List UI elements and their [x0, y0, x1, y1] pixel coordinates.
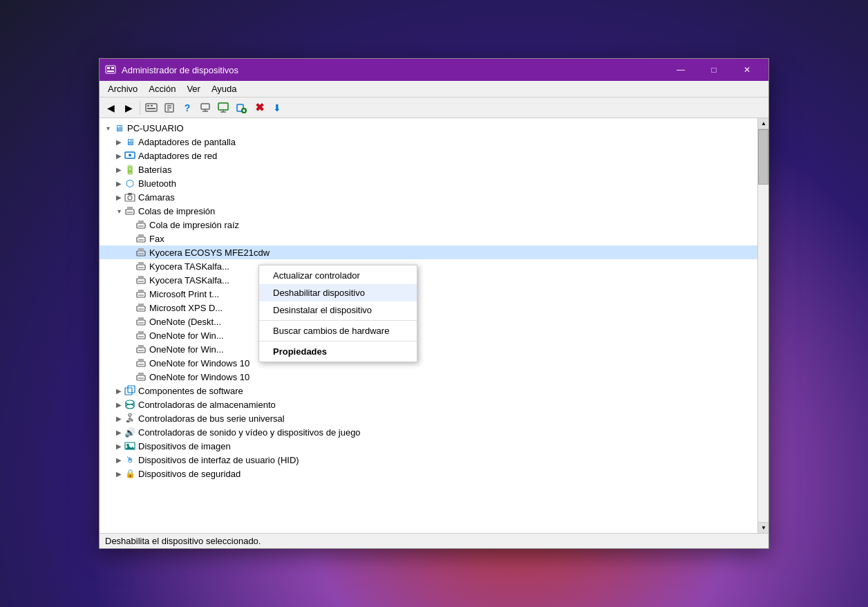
ctx-deshabilitar[interactable]: Deshabilitar dispositivo [259, 284, 417, 301]
scroll-thumb[interactable] [758, 129, 768, 185]
onenote-win10-2-label: OneNote for Windows 10 [149, 372, 755, 382]
toolbar-separator-1 [140, 101, 140, 115]
download-btn[interactable]: ⬇ [269, 100, 285, 116]
svg-rect-35 [138, 239, 144, 241]
svg-rect-61 [138, 359, 144, 362]
svg-rect-65 [138, 377, 144, 379]
chevron-baterias: ▶ [113, 164, 124, 175]
maximize-button[interactable]: □ [698, 59, 730, 81]
componentes-label: Componentes de software [138, 386, 755, 396]
colas-label: Colas de impresión [138, 206, 755, 216]
tree-item-ctrl-sound[interactable]: ▶ 🔊 Controladoras de sonido y vídeo y di… [100, 425, 757, 439]
device-tree[interactable]: ▾ 🖥 PC-USUARIO ▶ 🖥 Adaptadores de pantal… [100, 118, 757, 533]
svg-rect-62 [138, 364, 144, 365]
tree-item-cola-raiz[interactable]: ▶ Cola de impresión raíz [100, 218, 757, 232]
tree-item-disp-imagen[interactable]: ▶ Dispositivos de imagen [100, 439, 757, 453]
ctx-propiedades[interactable]: Propiedades [259, 343, 417, 360]
tree-item-fax[interactable]: ▶ Fax [100, 232, 757, 245]
tree-item-kyocera-taskalfa-2[interactable]: ▶ Kyocera TASKalfa... [100, 273, 757, 287]
tree-item-onenote-win-1[interactable]: ▶ OneNote for Win... [100, 328, 757, 342]
svg-rect-2 [111, 67, 114, 69]
scan-btn[interactable] [197, 100, 214, 116]
svg-rect-40 [138, 262, 144, 265]
window-icon [105, 64, 116, 75]
tree-item-controladoras-alm[interactable]: ▶ Controladoras de almacenamiento [100, 398, 757, 411]
menu-accion[interactable]: Acción [143, 82, 181, 95]
menu-ayuda[interactable]: Ayuda [206, 82, 243, 95]
svg-rect-55 [138, 331, 144, 335]
svg-rect-37 [138, 248, 144, 252]
svg-rect-43 [138, 276, 144, 279]
svg-rect-32 [138, 225, 144, 227]
content-area: ▾ 🖥 PC-USUARIO ▶ 🖥 Adaptadores de pantal… [100, 118, 768, 533]
tree-item-hid[interactable]: ▶ 🖱 Dispositivos de interfaz de usuario … [100, 453, 757, 467]
add-btn[interactable] [233, 100, 249, 116]
svg-rect-41 [138, 267, 144, 268]
svg-rect-67 [128, 386, 135, 393]
remove-btn[interactable]: ✖ [251, 100, 267, 116]
seguridad-label: Dispositivos de seguridad [138, 469, 755, 479]
chevron-root: ▾ [102, 122, 113, 133]
svg-rect-0 [106, 66, 115, 73]
tree-item-ms-print[interactable]: ▶ Microsoft Print t... [100, 287, 757, 301]
ctx-buscar[interactable]: Buscar cambios de hardware [259, 322, 417, 339]
scroll-down[interactable]: ▼ [758, 522, 768, 533]
scroll-up[interactable]: ▲ [758, 118, 768, 129]
tree-item-adaptadores-pantalla[interactable]: ▶ 🖥 Adaptadores de pantalla [100, 135, 757, 149]
computer-icon: 🖥 [113, 122, 124, 133]
tree-item-onenote-win10-2[interactable]: ▶ OneNote for Windows 10 [100, 370, 757, 384]
chevron-ctrl-alm: ▶ [113, 399, 124, 410]
ctx-desinstalar[interactable]: Desinstalar el dispositivo [259, 301, 417, 319]
tree-item-colas[interactable]: ▾ Colas de impresión [100, 204, 757, 218]
tree-item-bluetooth[interactable]: ▶ ⬡ Bluetooth [100, 176, 757, 190]
tree-item-ctrl-bus[interactable]: ▶ Controladoras de bus serie universal [100, 411, 757, 425]
svg-rect-7 [147, 108, 155, 109]
scroll-track[interactable] [758, 129, 768, 522]
tree-item-seguridad[interactable]: ▶ 🔒 Dispositivos de seguridad [100, 467, 757, 480]
help-btn[interactable]: ? [179, 100, 196, 116]
back-button[interactable]: ◀ [102, 100, 119, 116]
minimize-button[interactable]: — [665, 59, 697, 81]
tree-item-kyocera-taskalfa-1[interactable]: ▶ Kyocera TASKalfa... [100, 259, 757, 273]
svg-rect-66 [125, 388, 132, 395]
ms-print-label: Microsoft Print t... [149, 289, 755, 299]
camera-icon [124, 192, 135, 203]
tree-item-onenote-win10-1[interactable]: ▶ OneNote for Windows 10 [100, 356, 757, 370]
tree-item-camaras[interactable]: ▶ Cámaras [100, 190, 757, 204]
context-menu: Actualizar controlador Deshabilitar disp… [258, 265, 417, 362]
tree-item-adaptadores-red[interactable]: ▶ Adaptadores de red [100, 149, 757, 162]
properties-btn[interactable] [161, 100, 178, 116]
scrollbar[interactable]: ▲ ▼ [757, 118, 768, 533]
device-manager-window: Administrador de dispositivos — □ ✕ Arch… [99, 58, 769, 549]
network-btn[interactable] [215, 100, 232, 116]
svg-rect-46 [138, 290, 144, 293]
chevron-adaptadores-pantalla: ▶ [113, 136, 124, 147]
device-manager-icon-btn[interactable] [143, 100, 160, 116]
menu-ver[interactable]: Ver [181, 82, 206, 95]
menu-archivo[interactable]: Archivo [102, 82, 143, 95]
onenote-desktop-icon [135, 316, 147, 327]
svg-rect-29 [127, 212, 133, 213]
close-button[interactable]: ✕ [731, 59, 763, 81]
tree-item-onenote-win-2[interactable]: ▶ OneNote for Win... [100, 342, 757, 356]
ctx-actualizar[interactable]: Actualizar controlador [259, 267, 417, 284]
kyocera-ecosys-icon [135, 247, 147, 258]
forward-button[interactable]: ▶ [120, 100, 137, 116]
bluetooth-icon: ⬡ [124, 178, 135, 189]
onenote-win10-2-icon [135, 371, 147, 382]
window-title: Administrador de dispositivos [122, 65, 665, 75]
tree-item-ms-xps[interactable]: ▶ Microsoft XPS D... [100, 301, 757, 315]
svg-rect-44 [138, 281, 144, 282]
ctrl-alm-label: Controladoras de almacenamiento [138, 400, 755, 410]
tree-item-kyocera-ecosys[interactable]: ▶ Kyocera ECOSYS MFE21cdw [100, 245, 757, 259]
chevron-camaras: ▶ [113, 192, 124, 203]
svg-rect-5 [147, 105, 149, 106]
onenote-win10-1-label: OneNote for Windows 10 [149, 358, 755, 368]
tree-item-onenote-desktop[interactable]: ▶ OneNote (Deskt... [100, 315, 757, 328]
svg-point-68 [126, 400, 134, 404]
tree-item-baterias[interactable]: ▶ 🔋 Baterías [100, 162, 757, 176]
svg-rect-1 [107, 67, 110, 69]
tree-root[interactable]: ▾ 🖥 PC-USUARIO [100, 121, 757, 135]
hid-label: Dispositivos de interfaz de usuario (HID… [138, 455, 755, 465]
tree-item-componentes[interactable]: ▶ Componentes de software [100, 384, 757, 398]
